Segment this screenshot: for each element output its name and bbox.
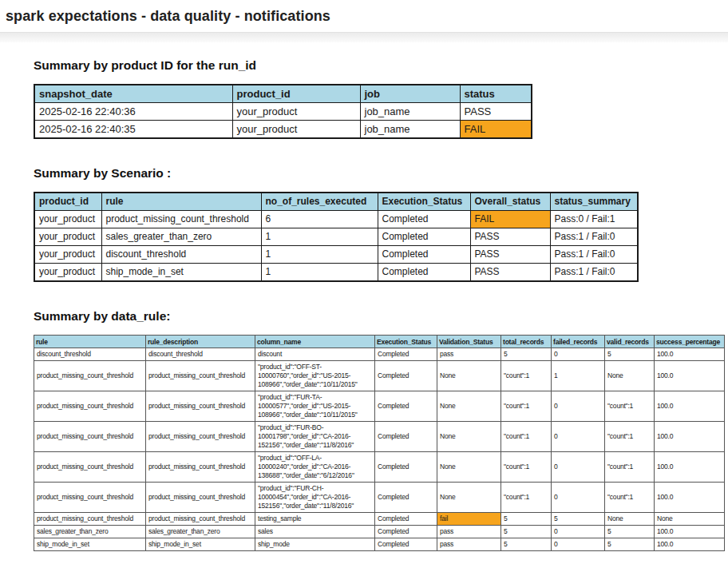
column-header: rule [34, 336, 146, 348]
data-rule-summary-table: rulerule_descriptioncolumn_nameExecution… [34, 335, 725, 551]
table-cell: product_missing_count_threshold [146, 452, 255, 483]
column-header: Validation_Status [437, 336, 501, 348]
fail-status-cell: fail [437, 513, 501, 526]
table-cell: sales_greater_than_zero [34, 526, 146, 538]
table-cell: 5 [605, 526, 655, 538]
table-cell: your_product [34, 264, 101, 282]
table-cell: None [655, 513, 725, 526]
table-row: product_missing_count_thresholdproduct_m… [34, 391, 725, 422]
data-rule-summary-heading: Summary by data_rule: [34, 309, 728, 324]
scenario-summary-heading: Summary by Scenario : [34, 166, 728, 181]
table-cell: product_missing_count_threshold [34, 422, 146, 452]
table-cell: 0 [552, 483, 605, 513]
table-cell: your_product [232, 103, 360, 121]
header-row: product_idruleno_of_rules_executedExecut… [34, 193, 638, 211]
table-cell: ship_mode_in_set [34, 538, 146, 551]
column-header: snapshot_date [34, 85, 232, 103]
table-row: ship_mode_in_setship_mode_in_setship_mod… [34, 538, 725, 551]
column-header: status_summary [550, 193, 638, 211]
section-scenario-summary: Summary by Scenario : product_idruleno_o… [34, 166, 728, 282]
table-row: sales_greater_than_zerosales_greater_tha… [34, 526, 725, 538]
column-header: rule [101, 193, 261, 211]
table-cell: 0 [552, 538, 605, 551]
table-cell: discount [255, 348, 375, 361]
table-row: your_productproduct_missing_count_thresh… [34, 211, 638, 228]
table-cell: your_product [34, 246, 101, 264]
table-cell: 5 [552, 513, 605, 526]
table-cell: Pass:0 / Fail:1 [550, 211, 638, 228]
table-cell: 0 [552, 348, 605, 361]
table-cell: PASS [460, 103, 532, 121]
table-cell: None [437, 422, 501, 452]
table-cell: 1 [261, 246, 378, 264]
table-cell: PASS [470, 228, 550, 246]
table-cell: product_missing_count_threshold [34, 452, 146, 483]
table-cell: 5 [501, 513, 552, 526]
table-cell: 1 [552, 361, 605, 391]
table-cell: 5 [605, 538, 655, 551]
table-row: your_productship_mode_in_set1CompletedPA… [34, 264, 638, 282]
table-cell: pass [437, 538, 501, 551]
table-cell: 0 [552, 391, 605, 422]
table-cell: 0 [552, 452, 605, 483]
table-cell: pass [437, 348, 501, 361]
table-cell: product_missing_count_threshold [101, 211, 261, 228]
page-title: spark expectations - data quality - noti… [0, 0, 728, 32]
table-cell: PASS [470, 246, 550, 264]
table-cell: "count":1 [605, 391, 655, 422]
header-row: snapshot_dateproduct_idjobstatus [34, 85, 532, 103]
table-cell: product_missing_count_threshold [146, 422, 255, 452]
table-cell: None [437, 483, 501, 513]
table-cell: 1 [261, 264, 378, 282]
column-header: total_records [501, 336, 552, 348]
table-cell: ship_mode [255, 538, 375, 551]
table-cell: product_missing_count_threshold [146, 361, 255, 391]
table-cell: "count":1 [501, 391, 552, 422]
table-cell: Completed [375, 361, 437, 391]
table-cell: product_missing_count_threshold [34, 513, 146, 526]
column-header: status [460, 85, 532, 103]
run-summary-heading: Summary by product ID for the run_id [34, 58, 728, 73]
header-divider [0, 32, 728, 42]
table-cell: Pass:1 / Fail:0 [550, 228, 638, 246]
table-cell: Completed [375, 348, 437, 361]
scenario-summary-table: product_idruleno_of_rules_executedExecut… [34, 192, 639, 282]
table-row: your_productdiscount_threshold1Completed… [34, 246, 638, 264]
header-row: rulerule_descriptioncolumn_nameExecution… [34, 336, 725, 348]
table-cell: "product_id":"FUR-BO-10001798","order_id… [255, 422, 375, 452]
table-cell: Completed [378, 264, 470, 282]
table-row: discount_thresholddiscount_thresholddisc… [34, 348, 725, 361]
table-cell: 100.0 [655, 361, 725, 391]
column-header: job [360, 85, 460, 103]
table-cell: 100.0 [655, 526, 725, 538]
column-header: product_id [232, 85, 360, 103]
table-cell: Completed [375, 483, 437, 513]
fail-status-cell: FAIL [460, 121, 532, 139]
table-cell: product_missing_count_threshold [34, 483, 146, 513]
table-cell: job_name [360, 121, 460, 139]
table-row: your_productsales_greater_than_zero1Comp… [34, 228, 638, 246]
table-cell: 100.0 [655, 422, 725, 452]
table-cell: 2025-02-16 22:40:35 [34, 121, 232, 139]
table-cell: pass [437, 526, 501, 538]
table-cell: product_missing_count_threshold [34, 361, 146, 391]
table-cell: 5 [501, 526, 552, 538]
table-cell: 5 [501, 348, 552, 361]
table-cell: product_missing_count_threshold [146, 391, 255, 422]
column-header: valid_records [605, 336, 655, 348]
table-cell: Completed [375, 422, 437, 452]
table-cell: None [605, 361, 655, 391]
table-cell: Completed [375, 391, 437, 422]
table-cell: testing_sample [255, 513, 375, 526]
column-header: Overall_status [470, 193, 550, 211]
table-row: product_missing_count_thresholdproduct_m… [34, 452, 725, 483]
table-cell: 100.0 [655, 538, 725, 551]
column-header: product_id [34, 193, 101, 211]
table-row: product_missing_count_thresholdproduct_m… [34, 361, 725, 391]
table-row: 2025-02-16 22:40:35your_productjob_nameF… [34, 121, 532, 139]
table-cell: "count":1 [501, 452, 552, 483]
table-cell: product_missing_count_threshold [146, 483, 255, 513]
section-run-summary: Summary by product ID for the run_id sna… [34, 58, 728, 139]
table-cell: your_product [232, 121, 360, 139]
table-cell: 100.0 [655, 348, 725, 361]
